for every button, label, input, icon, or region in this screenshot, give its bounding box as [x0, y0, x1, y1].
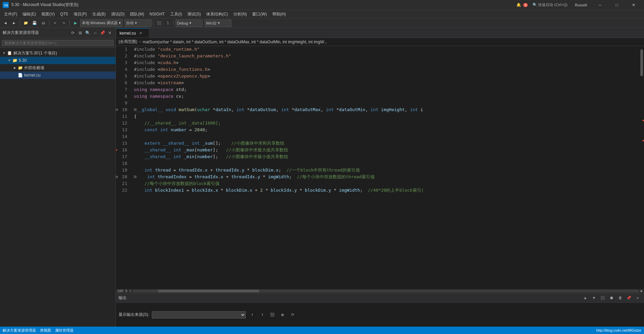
toolbar-breakpoint[interactable]: ⬛	[155, 19, 163, 27]
quick-launch-box[interactable]: 🔍 快速启动 (Ctrl+Q)	[533, 2, 567, 7]
breadcrumb-scope[interactable]: (全局范围)	[119, 39, 137, 45]
toolbar-sep1	[20, 20, 20, 26]
project-arrow: ▼	[7, 58, 12, 63]
status-solution-manager[interactable]: 解决方案资源管理器	[3, 328, 36, 333]
toolbar-save-all[interactable]: 🗂	[39, 19, 47, 27]
output-clear[interactable]: 🗑	[616, 295, 624, 301]
output-stop[interactable]: ⏹	[608, 295, 615, 301]
status-bar-right: http://blog.csdn.net/MGotze	[596, 328, 641, 332]
breakpoint-16	[116, 149, 117, 151]
solution-label: 解决方案'5.30'(1 个项目)	[13, 50, 57, 56]
output-close[interactable]: ✕	[634, 295, 641, 301]
toolbar-save[interactable]: 💾	[31, 19, 39, 27]
sidebar-item-solution[interactable]: ▼ 📋 解决方案'5.30'(1 个项目)	[0, 49, 116, 57]
sidebar-close-icon[interactable]: ✕	[107, 30, 113, 36]
menu-arch[interactable]: 体系结构(C)	[203, 10, 231, 18]
code-line-17: __shared__ int _min[number]; //小图像块中求最小值…	[133, 153, 639, 160]
platform-dropdown[interactable]: Win32 ▾	[204, 19, 231, 27]
extern-deps-label: 外部依赖项	[24, 65, 44, 71]
toolbar-step-over[interactable]: ⤵	[164, 19, 172, 27]
toolbar-run[interactable]: ▶	[72, 19, 80, 27]
sidebar-sync-icon[interactable]: ⟳	[70, 30, 76, 36]
editor-vertical-scrollbar[interactable]	[639, 46, 644, 289]
sidebar-pin-icon[interactable]: 📌	[99, 30, 105, 36]
output-source-select[interactable]	[152, 311, 246, 319]
close-btn[interactable]: ✕	[626, 0, 641, 10]
menu-debug[interactable]: 调试(D)	[108, 10, 128, 18]
ln-10: ⊟ 10	[116, 106, 130, 113]
sidebar-header: 解决方案资源管理器 ⟳ ⊞ 🔍 ─ 📌 ✕	[0, 28, 116, 38]
output-scroll-up[interactable]: ▲	[582, 295, 589, 301]
sidebar-collapse-icon[interactable]: ─	[92, 30, 98, 36]
menu-nsight[interactable]: NSIGHT	[147, 10, 167, 18]
sidebar-item-project[interactable]: ▼ 📁 5.30	[0, 57, 116, 64]
code-line-5: #include <opencv2\opencv.hpp>	[133, 73, 639, 80]
code-line-7: using namespace std;	[133, 86, 639, 93]
output-copy[interactable]: ⬛	[599, 295, 606, 301]
menu-team[interactable]: 团队(M)	[127, 10, 147, 18]
output-toolbar-1[interactable]: ⬆	[248, 312, 256, 318]
sidebar-filter-icon[interactable]: ⊞	[77, 30, 83, 36]
code-line-6: #include <iostream>	[133, 80, 639, 86]
menu-help[interactable]: 帮助(H)	[270, 10, 289, 18]
menu-edit[interactable]: 编辑(E)	[20, 10, 39, 18]
toolbar-back[interactable]: ◀	[1, 19, 9, 27]
h-scrollbar-track[interactable]	[133, 290, 639, 292]
menu-tools[interactable]: 工具(I)	[168, 10, 185, 18]
toolbar-sep2	[49, 20, 49, 26]
auto-dropdown[interactable]: 自动 ▾	[125, 19, 151, 27]
toolbar-undo[interactable]: ↩	[51, 19, 59, 27]
menu-analyze[interactable]: 分析(N)	[231, 10, 250, 18]
tab-kernel-cu[interactable]: kernel.cu ✕	[116, 28, 149, 38]
code-editor[interactable]: 1 2 3 4 5 6 7 8 9 ⊟ 10 11 12 13 14 15	[116, 46, 644, 289]
sidebar-item-extern-deps[interactable]: ▶ 📁 外部依赖项	[0, 64, 116, 71]
maximize-btn[interactable]: □	[609, 0, 625, 10]
output-panel: 输出 ▲ ▼ ⬛ ⏹ 🗑 📌 ✕ 显示输出来源(S): ⬆ ⬇ ⬛	[116, 293, 644, 327]
menu-build[interactable]: 生成(B)	[90, 10, 108, 18]
ln-9: 9	[116, 100, 130, 106]
toolbar-redo[interactable]: ↪	[60, 19, 68, 27]
toolbar-open[interactable]: 📁	[22, 19, 30, 27]
code-line-4: #include <device_functions.h>	[133, 66, 639, 73]
menu-test[interactable]: 测试(S)	[185, 10, 203, 18]
breadcrumb-sep: ›	[139, 39, 141, 44]
output-pin[interactable]: 📌	[625, 295, 633, 301]
zoom-level[interactable]: 100 % ▾	[117, 289, 131, 293]
tab-bar: kernel.cu ✕	[116, 28, 644, 38]
build-config-dropdown[interactable]: Debug ▾	[176, 19, 202, 27]
kernel-arrow	[12, 73, 17, 78]
tab-kernel-close[interactable]: ✕	[138, 31, 143, 36]
sidebar-search-input[interactable]	[2, 40, 113, 46]
menu-qt5[interactable]: QT5	[57, 10, 71, 18]
ln-17: 17	[116, 153, 130, 160]
code-line-15: extern __shared__ int _sum[]; //小图像块中求和共…	[133, 140, 639, 147]
h-scroll-right-arrow[interactable]: ▶	[641, 289, 643, 293]
minimize-btn[interactable]: ─	[592, 0, 608, 10]
output-toolbar-5[interactable]: ⟳	[289, 312, 296, 318]
menu-window[interactable]: 窗口(W)	[249, 10, 269, 18]
output-scroll-down[interactable]: ▼	[590, 295, 598, 301]
output-toolbar-3[interactable]: ⬛	[269, 312, 276, 318]
status-property-manager[interactable]: 属性管理器	[55, 328, 74, 333]
output-toolbar-2[interactable]: ⬇	[259, 312, 266, 318]
collapse-20[interactable]: ⊟	[116, 174, 118, 180]
toolbar-forward[interactable]: ▶	[10, 19, 18, 27]
run-config-dropdown[interactable]: 本地 Windows 调试器 ▾	[80, 19, 123, 27]
line-numbers: 1 2 3 4 5 6 7 8 9 ⊟ 10 11 12 13 14 15	[116, 46, 133, 289]
sidebar-search-icon[interactable]: 🔍	[85, 30, 91, 36]
status-class-view[interactable]: 类视图	[40, 328, 51, 333]
menu-file[interactable]: 文件(F)	[1, 10, 20, 18]
menu-view[interactable]: 视图(V)	[39, 10, 57, 18]
sidebar-item-kernel-cu[interactable]: 📄 kernel.cu	[0, 71, 116, 79]
menu-project[interactable]: 项目(P)	[71, 10, 90, 18]
breadcrumb-function[interactable]: matSum(uchar * dataIn, int * dataOutSum,…	[143, 40, 327, 44]
code-line-22: int blockIndex1 = blockIdx.x * blockDim.…	[133, 187, 639, 194]
code-line-11: {	[133, 113, 639, 120]
notification-icon[interactable]: 🔔	[516, 3, 521, 7]
output-toolbar-4[interactable]: ▤	[279, 312, 286, 318]
collapse-10[interactable]: ⊟	[116, 106, 118, 113]
svg-text:VS: VS	[4, 4, 8, 7]
output-controls: ▲ ▼ ⬛ ⏹ 🗑 📌 ✕	[582, 295, 641, 301]
sidebar-header-icons: ⟳ ⊞ 🔍 ─ 📌 ✕	[70, 30, 113, 36]
output-title: 输出	[119, 295, 127, 301]
